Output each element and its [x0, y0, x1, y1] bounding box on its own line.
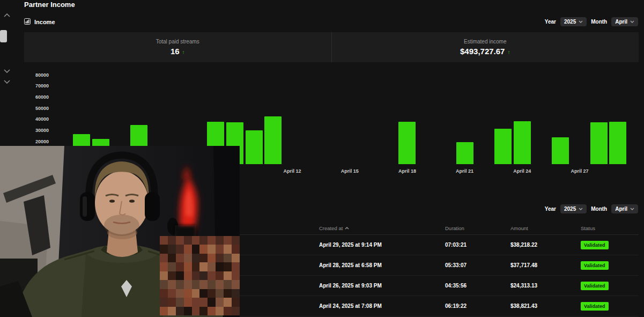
- created-at-cell: April 29, 2025 at 9:14 PM: [319, 242, 445, 248]
- status-cell: Validated: [581, 302, 639, 311]
- created-at-cell: April 24, 2025 at 7:08 PM: [319, 303, 445, 309]
- page-title: Partner Income: [24, 0, 75, 10]
- column-header-duration[interactable]: Duration: [445, 225, 510, 231]
- streams-filters: Year 2025 Month April: [545, 204, 638, 213]
- stat-value: 16: [171, 47, 180, 56]
- status-cell: Validated: [581, 241, 639, 249]
- created-at-cell: April 26, 2025 at 9:03 PM: [319, 283, 445, 289]
- x-axis-tick-label: April 18: [386, 168, 428, 174]
- y-axis-tick-label: 20000: [24, 139, 49, 144]
- status-badge: Validated: [581, 261, 609, 270]
- income-bar-april-10[interactable]: [246, 130, 263, 164]
- year-select-value: 2025: [564, 19, 576, 25]
- x-axis-tick-label: April 12: [271, 168, 314, 174]
- sort-asc-icon: [345, 227, 349, 230]
- stat-estimated-income: Estimated income $493,727.67 ↑: [332, 32, 639, 62]
- column-header-amount[interactable]: Amount: [510, 225, 581, 231]
- y-axis-tick-label: 30000: [24, 128, 49, 133]
- income-bar-april-23[interactable]: [494, 129, 512, 164]
- year-filter-label: Year: [545, 206, 556, 212]
- column-header-status[interactable]: Status: [581, 225, 639, 231]
- income-bar-april-29[interactable]: [609, 122, 626, 164]
- x-axis-tick-label: April 21: [443, 168, 486, 174]
- amount-cell: $24,313.13: [510, 283, 581, 289]
- month-select[interactable]: April: [611, 204, 638, 213]
- chevron-down-icon: [579, 20, 583, 23]
- month-filter-label: Month: [591, 206, 607, 212]
- x-axis-tick-label: April 27: [558, 168, 601, 174]
- month-filter-label: Month: [591, 19, 607, 25]
- sidebar-chevron-down-icon-2[interactable]: [3, 76, 11, 86]
- duration-cell: 04:35:56: [445, 283, 510, 289]
- stat-label: Total paid streams: [156, 39, 199, 45]
- column-header-label: Status: [581, 225, 595, 231]
- created-at-cell: April 28, 2025 at 6:58 PM: [319, 262, 445, 268]
- amount-cell: $37,717.48: [510, 262, 581, 268]
- chevron-down-icon: [579, 208, 583, 210]
- income-stats-panel: Total paid streams 16 ↑ Estimated income…: [24, 32, 639, 62]
- trend-up-icon: ↑: [182, 49, 185, 55]
- year-select[interactable]: 2025: [560, 17, 587, 26]
- webcam-overlay: [0, 146, 240, 317]
- amount-cell: $38,821.43: [510, 303, 581, 309]
- year-filter-label: Year: [545, 19, 556, 25]
- column-header-created-at[interactable]: Created at: [319, 225, 445, 231]
- privacy-pixelation: [160, 236, 240, 315]
- column-header-label: Amount: [510, 225, 528, 231]
- sidebar-chevron-down-icon-1[interactable]: [3, 65, 11, 76]
- amount-cell: $38,218.22: [510, 242, 581, 248]
- income-bar-april-28[interactable]: [590, 122, 608, 164]
- chevron-down-icon: [630, 20, 634, 23]
- sidebar-chevron-up-icon[interactable]: [3, 10, 11, 20]
- income-chart-icon: [24, 18, 31, 26]
- month-select[interactable]: April: [611, 17, 638, 26]
- status-badge: Validated: [581, 302, 609, 311]
- income-section-title: Income: [34, 19, 55, 25]
- y-axis-tick-label: 50000: [24, 106, 49, 111]
- month-select-value: April: [615, 19, 627, 25]
- year-select[interactable]: 2025: [560, 204, 587, 213]
- stat-total-paid-streams: Total paid streams 16 ↑: [24, 32, 331, 62]
- trend-up-icon: ↑: [507, 49, 510, 55]
- stat-value: $493,727.67: [460, 47, 505, 56]
- y-axis-tick-label: 60000: [24, 94, 49, 100]
- y-axis-tick-label: 40000: [24, 116, 49, 122]
- stat-label: Estimated income: [464, 39, 506, 45]
- income-bar-april-11[interactable]: [264, 116, 282, 164]
- partner-income-dashboard: Partner Income Income Year 2025 Month Ap…: [0, 0, 644, 317]
- chevron-down-icon: [630, 208, 634, 210]
- duration-cell: 05:33:07: [445, 262, 510, 268]
- year-select-value: 2025: [564, 206, 576, 212]
- income-bar-april-21[interactable]: [456, 142, 473, 164]
- scrollbar-thumb[interactable]: [0, 30, 7, 42]
- status-badge: Validated: [581, 282, 609, 290]
- duration-cell: 06:19:22: [445, 303, 510, 309]
- income-bar-april-26[interactable]: [552, 137, 569, 164]
- x-axis-tick-label: April 24: [501, 168, 544, 174]
- status-badge: Validated: [581, 241, 609, 249]
- column-header-label: Created at: [319, 225, 343, 231]
- column-header-label: Duration: [445, 225, 464, 231]
- x-axis-tick-label: April 15: [328, 168, 371, 174]
- income-bar-april-18[interactable]: [398, 122, 416, 164]
- duration-cell: 07:03:21: [445, 242, 510, 248]
- income-bar-april-24[interactable]: [514, 121, 531, 164]
- y-axis-tick-label: 80000: [24, 72, 49, 78]
- month-select-value: April: [615, 206, 627, 212]
- y-axis-tick-label: 70000: [24, 83, 49, 89]
- status-cell: Validated: [581, 261, 639, 270]
- income-section-header: Income: [24, 18, 55, 26]
- status-cell: Validated: [581, 282, 639, 290]
- income-filters: Year 2025 Month April: [545, 17, 638, 26]
